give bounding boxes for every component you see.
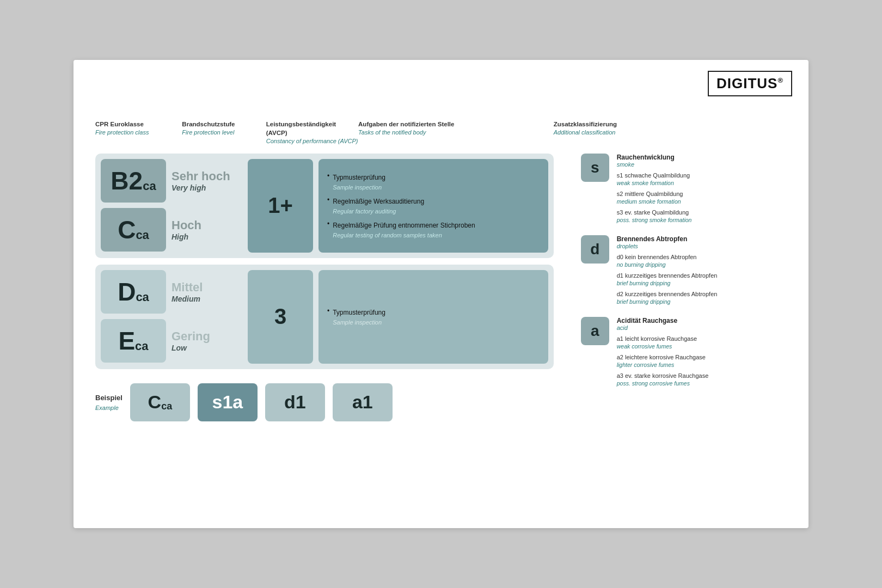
- col4-en: Tasks of the notified body: [358, 128, 543, 137]
- example-label-en: Example: [95, 405, 119, 411]
- smoke-badge: s: [581, 154, 609, 182]
- class-sub-cca: ca: [136, 228, 149, 242]
- task2-de: Regelmäßige Werksauditierung: [333, 198, 424, 205]
- task-mid-1: • Typmusterprüfung Sample inspection: [327, 307, 385, 327]
- task-item-1: • Typmusterprüfung Sample inspection: [327, 172, 385, 192]
- class-badge-b2ca: B2ca: [101, 159, 166, 203]
- droplets-d1-de: d1 kurzzeitiges brennendes Abtropfen: [617, 272, 718, 279]
- example-badge-s1a: s1a: [198, 383, 258, 421]
- smoke-s2-de: s2 mittlere Qualmbildung: [617, 191, 683, 197]
- example-badge-d1: d1: [265, 383, 325, 421]
- example-label: Beispiel Example: [95, 393, 122, 412]
- col-header-4: Aufgaben der notifizierten Stelle Tasks …: [358, 120, 543, 146]
- classif-smoke: s Rauchentwicklung smoke s1 schwache Qua…: [581, 154, 787, 225]
- droplets-d0-de: d0 kein brennendes Abtropfen: [617, 254, 697, 260]
- acid-item-a2: a2 leichtere korrosive Rauchgase lighter…: [617, 352, 787, 368]
- level-en-dca: Medium: [171, 295, 242, 303]
- droplets-item-d1: d1 kurzzeitiges brennendes Abtropfen bri…: [617, 270, 787, 286]
- acid-a2-de: a2 leichtere korrosive Rauchgase: [617, 354, 706, 360]
- content-area: B2ca Sehr hoch Very high Cca Hoch: [95, 154, 787, 421]
- col2-de: Brandschutzstufe: [182, 121, 235, 127]
- task-item-2: • Regelmäßige Werksauditierung Regular f…: [327, 196, 424, 216]
- col-header-1: CPR Euroklasse Fire protection class: [95, 120, 182, 146]
- task2-en: Regular factory auditing: [333, 208, 396, 215]
- col4-de: Aufgaben der notifizierten Stelle: [358, 121, 454, 127]
- acid-item-a1: a1 leicht korrosive Rauchgase weak corro…: [617, 333, 787, 350]
- acid-a1-en: weak corrosive fumes: [617, 343, 787, 350]
- row-eca: Eca Gering Low: [101, 319, 242, 363]
- class-badge-cca: Cca: [101, 208, 166, 252]
- col-header-5: Zusatzklassifizierung Additional classif…: [554, 120, 787, 146]
- level-name-eca: Gering: [171, 329, 242, 344]
- smoke-title-en: smoke: [617, 161, 787, 168]
- col1-de: CPR Euroklasse: [95, 121, 144, 127]
- class-badge-eca: Eca: [101, 319, 166, 363]
- droplets-d0-en: no burning dripping: [617, 261, 787, 268]
- smoke-s2-en: medium smoke formation: [617, 198, 787, 205]
- level-eca: Gering Low: [171, 329, 242, 352]
- logo: DIGITUS®: [708, 71, 792, 96]
- smoke-title-de: Rauchentwicklung: [617, 154, 787, 161]
- example-section: Beispiel Example Cca s1a d1 a1: [95, 383, 554, 421]
- task3-en: Regular testing of random samples taken: [333, 232, 442, 238]
- acid-item-a3: a3 ev. starke korrosive Rauchgase poss. …: [617, 370, 787, 387]
- level-name-dca: Mittel: [171, 280, 242, 295]
- droplets-item-d2: d2 kurzzeitiges brennendes Abtropfen bri…: [617, 289, 787, 305]
- level-dca: Mittel Medium: [171, 280, 242, 303]
- mid-classes: Dca Mittel Medium Eca Gering: [101, 270, 242, 364]
- tasks-mid: • Typmusterprüfung Sample inspection: [318, 270, 548, 364]
- bullet-2: •: [327, 196, 329, 204]
- col2-en: Fire protection level: [182, 128, 266, 137]
- bullet-3: •: [327, 220, 329, 228]
- smoke-s1-de: s1 schwache Qualmbildung: [617, 172, 690, 179]
- col-header-3: Leistungsbeständigkeit (AVCP) Constancy …: [266, 120, 358, 146]
- level-en-cca: High: [171, 232, 242, 241]
- classif-acid: a Acidität Rauchgase acid a1 leicht korr…: [581, 317, 787, 389]
- high-classes: B2ca Sehr hoch Very high Cca Hoch: [101, 159, 242, 253]
- acid-a1-de: a1 leicht korrosive Rauchgase: [617, 335, 697, 342]
- bullet-1: •: [327, 172, 329, 180]
- level-name-cca: Hoch: [171, 218, 242, 232]
- logo-sup: ®: [777, 76, 783, 84]
- example-badge-a1: a1: [333, 383, 393, 421]
- task1-de: Typmusterprüfung: [333, 174, 385, 181]
- level-en-eca: Low: [171, 344, 242, 352]
- task-item-3: • Regelmäßige Prüfung entnommener Stichp…: [327, 220, 475, 240]
- col5-en: Additional classification: [554, 128, 787, 137]
- logo-text: DIGITUS: [716, 75, 777, 91]
- level-cca: Hoch High: [171, 218, 242, 241]
- task3-de: Regelmäßige Prüfung entnommener Stichpro…: [333, 222, 475, 229]
- high-group: B2ca Sehr hoch Very high Cca Hoch: [95, 154, 554, 258]
- level-b2ca: Sehr hoch Very high: [171, 169, 242, 192]
- left-section: B2ca Sehr hoch Very high Cca Hoch: [95, 154, 554, 421]
- smoke-item-s1: s1 schwache Qualmbildung weak smoke form…: [617, 170, 787, 186]
- class-sub-b2ca: ca: [143, 179, 156, 193]
- example-badge-cca: Cca: [130, 383, 190, 421]
- smoke-s3-en: poss. strong smoke formation: [617, 217, 787, 223]
- task1-en: Sample inspection: [333, 184, 382, 191]
- acid-content: Acidität Rauchgase acid a1 leicht korros…: [617, 317, 787, 389]
- example-label-de: Beispiel: [95, 394, 122, 402]
- droplets-title-de: Brennendes Abtropfen: [617, 235, 787, 243]
- main-card: DIGITUS® CPR Euroklasse Fire protection …: [74, 60, 808, 528]
- row-cca: Cca Hoch High: [101, 208, 242, 252]
- droplets-title-en: droplets: [617, 243, 787, 249]
- smoke-item-s3: s3 ev. starke Qualmbildung poss. strong …: [617, 207, 787, 223]
- col3-en: Constancy of performance (AVCP): [266, 137, 358, 145]
- droplets-item-d0: d0 kein brennendes Abtropfen no burning …: [617, 252, 787, 268]
- example-sub-cca: ca: [161, 401, 172, 412]
- class-badge-dca: Dca: [101, 270, 166, 314]
- class-sub-dca: ca: [136, 290, 149, 304]
- acid-a3-de: a3 ev. starke korrosive Rauchgase: [617, 372, 709, 379]
- acid-title-en: acid: [617, 324, 787, 331]
- column-headers: CPR Euroklasse Fire protection class Bra…: [95, 120, 787, 146]
- col5-de: Zusatzklassifizierung: [554, 121, 617, 127]
- class-sub-eca: ca: [135, 339, 148, 353]
- avcp-high: 1+: [248, 159, 313, 253]
- col1-en: Fire protection class: [95, 128, 182, 137]
- row-dca: Dca Mittel Medium: [101, 270, 242, 314]
- level-name-b2ca: Sehr hoch: [171, 169, 242, 183]
- droplets-d2-en: brief burning dripping: [617, 298, 787, 305]
- acid-title-de: Acidität Rauchgase: [617, 317, 787, 324]
- droplets-badge: d: [581, 235, 609, 264]
